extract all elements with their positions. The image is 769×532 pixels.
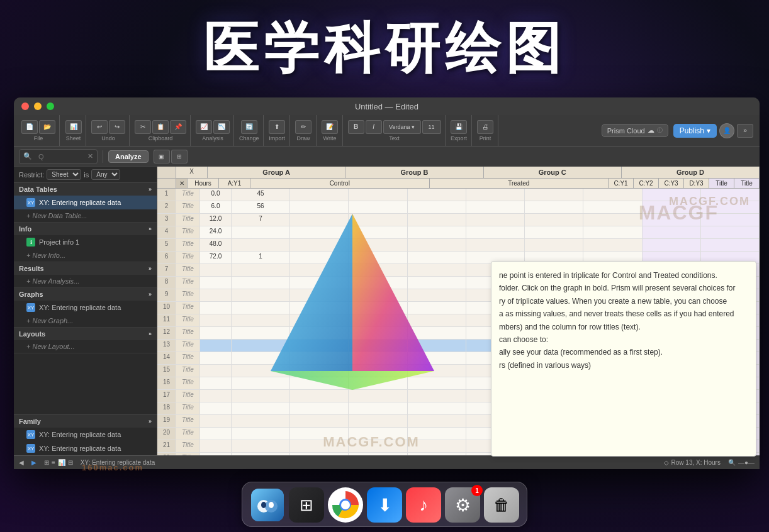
cell-x-val[interactable] <box>200 453 232 455</box>
cell-title[interactable]: Title <box>176 340 200 352</box>
cell-a3[interactable] <box>408 289 466 301</box>
cell-c1[interactable] <box>643 239 701 251</box>
status-nav-left[interactable]: ◀ <box>19 459 24 466</box>
cell-y1[interactable] <box>232 264 290 276</box>
cell-y1[interactable] <box>232 415 290 427</box>
cell-x-val[interactable]: 0.0 <box>200 189 232 201</box>
sidebar-item-xy-table[interactable]: XY XY: Entering replicate data <box>14 196 157 209</box>
cell-x-val[interactable] <box>200 440 232 452</box>
import-btn[interactable]: ⬆ <box>269 120 285 134</box>
sidebar-family-item-1[interactable]: XY XY: Entering replicate data <box>14 428 157 441</box>
cell-title[interactable]: Title <box>176 289 200 301</box>
cell-title[interactable]: Title <box>176 428 200 440</box>
cell-b1[interactable] <box>466 214 525 226</box>
nav-left-icon[interactable]: ◀ <box>19 459 24 466</box>
cell-b3[interactable] <box>583 239 642 251</box>
dock-finder[interactable] <box>250 487 285 523</box>
cell-x-val[interactable]: 12.0 <box>200 214 232 226</box>
cell-a1[interactable] <box>290 314 349 326</box>
cell-x-val[interactable] <box>200 365 232 377</box>
cell-y1[interactable] <box>232 402 290 414</box>
font-size[interactable]: 11 <box>422 120 441 134</box>
cell-b1[interactable] <box>466 201 525 213</box>
cell-a2[interactable] <box>349 402 407 414</box>
cell-a1[interactable] <box>290 226 349 238</box>
cell-a3[interactable] <box>408 239 466 251</box>
cell-x-val[interactable] <box>200 340 232 352</box>
dock-system-preferences[interactable]: ⚙ 1 <box>445 487 480 523</box>
cell-x-val[interactable] <box>200 377 232 389</box>
cell-a3[interactable] <box>408 302 466 314</box>
cell-b2[interactable] <box>525 189 583 201</box>
cell-y1[interactable] <box>232 440 290 452</box>
cell-a1[interactable] <box>290 440 349 452</box>
toolbar-icon-1[interactable]: ▣ <box>154 150 170 163</box>
restrict-any-select[interactable]: Any <box>91 169 120 180</box>
cell-a2[interactable] <box>349 252 407 263</box>
cell-a2[interactable] <box>349 214 407 226</box>
cell-a3[interactable] <box>408 402 466 414</box>
cell-a2[interactable] <box>349 453 407 455</box>
cell-y1[interactable] <box>232 314 290 326</box>
cell-c1[interactable] <box>643 214 701 226</box>
cell-a1[interactable] <box>290 377 349 389</box>
cell-y1[interactable]: 45 <box>232 189 290 201</box>
search-clear-icon[interactable]: ✕ <box>87 152 93 160</box>
cell-b1[interactable] <box>466 239 525 251</box>
cell-title[interactable]: Title <box>176 314 200 326</box>
cell-y1[interactable] <box>232 277 290 289</box>
nav-right-icon[interactable]: ▶ <box>31 459 36 466</box>
cell-a2[interactable] <box>349 201 407 213</box>
grid-view-icon[interactable]: ⊞ <box>44 459 49 466</box>
cell-a3[interactable] <box>408 340 466 352</box>
data-tables-header[interactable]: Data Tables » <box>14 183 157 196</box>
cell-title[interactable]: Title <box>176 226 200 238</box>
cell-x-val[interactable] <box>200 428 232 440</box>
paste-btn[interactable]: 📌 <box>170 120 186 134</box>
cell-y1[interactable] <box>232 289 290 301</box>
dock-launchpad[interactable]: ⊞ <box>289 487 324 523</box>
cell-a2[interactable] <box>349 226 407 238</box>
cell-a2[interactable] <box>349 289 407 301</box>
write-btn[interactable]: 📝 <box>322 120 338 134</box>
cell-c2[interactable] <box>701 189 760 201</box>
cell-a2[interactable] <box>349 302 407 314</box>
cell-title[interactable]: Title <box>176 365 200 377</box>
print-btn[interactable]: 🖨 <box>477 120 493 134</box>
list-view-icon[interactable]: ≡ <box>52 459 55 466</box>
graphs-header[interactable]: Graphs » <box>14 288 157 301</box>
table-row[interactable]: 1 Title 0.0 45 <box>157 189 760 201</box>
cell-a1[interactable] <box>290 277 349 289</box>
results-header[interactable]: Results » <box>14 262 157 275</box>
cell-title[interactable]: Title <box>176 402 200 414</box>
change-btn[interactable]: 🔄 <box>241 120 257 134</box>
family-header[interactable]: Family » <box>14 415 157 428</box>
cell-a3[interactable] <box>408 365 466 377</box>
cell-c2[interactable] <box>701 214 760 226</box>
cell-y1[interactable] <box>232 428 290 440</box>
user-avatar[interactable]: 👤 <box>719 123 734 138</box>
cell-x-val[interactable]: 48.0 <box>200 239 232 251</box>
cell-title[interactable]: Title <box>176 201 200 213</box>
file-open-btn[interactable]: 📂 <box>39 120 55 134</box>
cell-a2[interactable] <box>349 390 407 402</box>
cell-a1[interactable] <box>290 402 349 414</box>
cell-a1[interactable] <box>290 289 349 301</box>
sidebar-family-item-2[interactable]: XY XY: Entering replicate data <box>14 441 157 455</box>
cell-a1[interactable] <box>290 252 349 263</box>
cell-y1[interactable] <box>232 226 290 238</box>
cell-a3[interactable] <box>408 377 466 389</box>
table-row[interactable]: 3 Title 12.0 7 <box>157 214 760 226</box>
cell-x-val[interactable] <box>200 390 232 402</box>
cell-x-val[interactable] <box>200 277 232 289</box>
cell-b3[interactable] <box>583 189 642 201</box>
cell-a3[interactable] <box>408 428 466 440</box>
layout-icon[interactable]: ⊟ <box>68 459 73 466</box>
cell-y1[interactable] <box>232 340 290 352</box>
cell-a1[interactable] <box>290 327 349 339</box>
minimize-button[interactable] <box>34 103 42 110</box>
cell-y1[interactable] <box>232 377 290 389</box>
cell-x-val[interactable] <box>200 352 232 364</box>
cell-y1[interactable] <box>232 453 290 455</box>
cell-b1[interactable] <box>466 226 525 238</box>
